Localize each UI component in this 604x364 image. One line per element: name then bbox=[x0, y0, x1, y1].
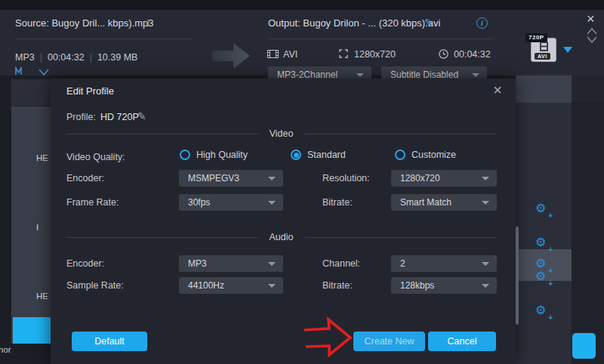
profile-settings-icon[interactable]: ⚙+ bbox=[535, 257, 552, 273]
film-glyph-icon bbox=[539, 42, 549, 51]
channel-value: 2 bbox=[400, 258, 405, 269]
video-bitrate-label: Bitrate: bbox=[322, 197, 353, 208]
app-window: Source: Bugoy Dril... kbps).mp3 i MP3|00… bbox=[0, 0, 604, 364]
chevron-down-icon[interactable] bbox=[587, 36, 597, 43]
output-info-icon[interactable]: i bbox=[476, 17, 488, 29]
format-file-label: AVI bbox=[535, 53, 550, 60]
framerate-label: Frame Rate: bbox=[66, 197, 119, 208]
source-divider bbox=[15, 39, 193, 39]
radio-icon bbox=[395, 150, 405, 160]
format-rows-panel: ⚙+ ⚙+ ⚙+ ⚙+ ⚙+ ⚙+ bbox=[516, 76, 572, 364]
caret-down-icon bbox=[472, 73, 479, 77]
profile-settings-icon[interactable]: ⚙+ bbox=[535, 236, 552, 252]
convert-arrow-icon bbox=[212, 42, 250, 69]
radio-label: Customize bbox=[411, 150, 456, 160]
convert-all-button-partial[interactable] bbox=[572, 333, 596, 359]
profile-list-item[interactable]: I bbox=[36, 223, 39, 232]
window-titlebar bbox=[0, 0, 604, 10]
profile-settings-icon[interactable]: ⚙+ bbox=[535, 202, 552, 218]
source-meta: MP3|00:04:32|10.39 MB bbox=[15, 52, 137, 63]
caret-down-icon bbox=[268, 284, 276, 288]
source-duration: 00:04:32 bbox=[48, 52, 85, 63]
output-duration: 00:04:32 bbox=[454, 49, 491, 60]
audio-encoder-value: MP3 bbox=[188, 258, 207, 269]
video-encoder-label: Encoder: bbox=[66, 173, 104, 184]
samplerate-value: 44100Hz bbox=[188, 280, 224, 291]
output-divider bbox=[268, 39, 492, 39]
caret-down-icon bbox=[268, 201, 276, 205]
video-bitrate-value: Smart Match bbox=[400, 197, 451, 208]
profile-list-panel: HE I HE bbox=[11, 79, 51, 344]
dialog-close-icon[interactable]: × bbox=[493, 82, 502, 99]
audio-bitrate-dropdown[interactable]: 128kbps bbox=[391, 277, 497, 294]
channel-label: Channel: bbox=[322, 258, 360, 269]
annotation-arrow-icon bbox=[300, 317, 355, 359]
framerate-value: 30fps bbox=[188, 197, 210, 208]
rename-profile-icon[interactable]: ✎ bbox=[137, 110, 146, 122]
caret-down-icon bbox=[482, 284, 489, 288]
chevron-down-icon[interactable] bbox=[39, 69, 49, 76]
source-file-title: Source: Bugoy Dril... kbps).mp3 bbox=[15, 17, 154, 29]
clock-icon bbox=[439, 49, 448, 59]
source-format: MP3 bbox=[15, 52, 35, 63]
video-quality-label: Video Quality: bbox=[66, 152, 125, 162]
default-button[interactable]: Default bbox=[72, 332, 147, 351]
caret-down-icon bbox=[482, 201, 489, 205]
channel-dropdown[interactable]: 2 bbox=[391, 255, 497, 272]
radio-high-quality[interactable]: High Quality bbox=[180, 150, 248, 160]
cancel-button[interactable]: Cancel bbox=[428, 332, 496, 351]
samplerate-dropdown[interactable]: 44100Hz bbox=[179, 277, 283, 294]
radio-customize[interactable]: Customize bbox=[395, 150, 456, 160]
format-dropdown-icon[interactable] bbox=[563, 47, 572, 53]
source-size: 10.39 MB bbox=[97, 52, 138, 63]
radio-icon bbox=[291, 150, 301, 160]
film-icon bbox=[267, 50, 279, 58]
video-section-header: Video bbox=[66, 128, 496, 139]
profile-settings-icon[interactable]: ⚙+ bbox=[535, 304, 552, 320]
output-file-title: Output: Bugoy Drilon - ... (320 kbps).av… bbox=[268, 17, 440, 29]
resolution-value: 1280x720 bbox=[400, 173, 440, 184]
audio-section-title: Audio bbox=[259, 232, 304, 242]
source-info-icon[interactable]: i bbox=[146, 17, 149, 29]
top-info-bar: Source: Bugoy Dril... kbps).mp3 i MP3|00… bbox=[0, 10, 604, 76]
video-encoder-value: MSMPEGV3 bbox=[188, 173, 239, 184]
radio-label: Standard bbox=[307, 150, 346, 160]
framerate-dropdown[interactable]: 30fps bbox=[179, 194, 283, 211]
right-margin-top bbox=[572, 76, 604, 102]
profile-list-item[interactable]: HE bbox=[36, 292, 48, 301]
caret-down-icon bbox=[356, 73, 364, 77]
panel-close-icon[interactable]: × bbox=[587, 14, 595, 24]
audio-encoder-label: Encoder: bbox=[66, 258, 104, 269]
profile-label: Profile: bbox=[66, 112, 96, 122]
edit-profile-dialog: Edit Profile × Profile: HD 720P ✎ Video … bbox=[51, 79, 516, 364]
video-bitrate-dropdown[interactable]: Smart Match bbox=[391, 194, 497, 211]
audio-section-header: Audio bbox=[66, 232, 496, 242]
dialog-title: Edit Profile bbox=[66, 85, 114, 97]
profile-list-item[interactable]: HE bbox=[36, 153, 48, 162]
audio-encoder-dropdown[interactable]: MP3 bbox=[179, 255, 283, 272]
selected-format-tile[interactable] bbox=[13, 317, 51, 344]
video-encoder-dropdown[interactable]: MSMPEGV3 bbox=[179, 170, 283, 187]
resolution-dropdown[interactable]: 1280x720 bbox=[391, 170, 497, 187]
samplerate-label: Sample Rate: bbox=[66, 280, 124, 291]
output-resolution: 1280x720 bbox=[354, 49, 396, 60]
rename-output-icon[interactable]: ✎ bbox=[424, 17, 433, 29]
create-new-button[interactable]: Create New bbox=[353, 332, 425, 351]
format-row-active[interactable] bbox=[516, 76, 572, 103]
scrollbar-thumb[interactable] bbox=[516, 227, 519, 325]
right-margin bbox=[572, 102, 604, 364]
waveform-icon[interactable] bbox=[15, 66, 26, 76]
radio-icon bbox=[180, 150, 190, 160]
caret-down-icon bbox=[268, 262, 276, 266]
resolution-label: Resolution: bbox=[322, 173, 370, 184]
radio-standard[interactable]: Standard bbox=[291, 150, 346, 160]
profile-value: HD 720P bbox=[100, 112, 139, 122]
format-badge: 720P bbox=[525, 33, 547, 42]
resolution-icon bbox=[339, 49, 348, 58]
video-section-title: Video bbox=[259, 128, 304, 139]
chevron-up-icon[interactable] bbox=[587, 28, 597, 35]
caret-down-icon bbox=[482, 177, 489, 180]
audio-bitrate-value: 128kbps bbox=[400, 280, 434, 291]
caret-down-icon bbox=[482, 262, 489, 266]
output-format: AVI bbox=[283, 49, 297, 60]
